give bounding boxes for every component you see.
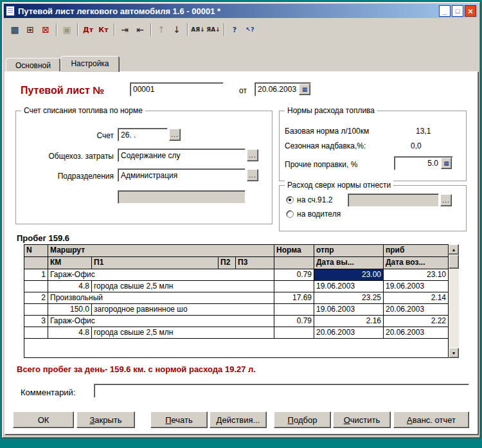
tab-nastroyka[interactable]: Настройка: [60, 56, 120, 72]
calc-button[interactable]: ▦: [441, 157, 452, 169]
table-scrollbar[interactable]: ▲ ▼: [449, 244, 459, 358]
pick-button[interactable]: Подбор: [274, 411, 331, 428]
department-input[interactable]: [118, 168, 245, 182]
new-row-icon[interactable]: ⊞: [22, 22, 38, 37]
table-cell[interactable]: 2.22: [383, 316, 448, 327]
table-cell[interactable]: 20.06.2003: [314, 327, 383, 338]
close-button[interactable]: ×: [465, 5, 476, 17]
mileage-label: Пробег 159.6: [17, 233, 69, 243]
close-form-button[interactable]: Закрыть: [76, 411, 135, 428]
table-cell[interactable]: 20.06.2003: [383, 327, 448, 338]
scroll-thumb[interactable]: [449, 255, 459, 269]
over-norm-account-input[interactable]: [348, 193, 439, 207]
table-cell[interactable]: города свыше 2,5 млн: [91, 327, 274, 338]
table-cell[interactable]: 3: [24, 316, 48, 327]
table-cell[interactable]: 23.10: [383, 269, 448, 280]
table-cell[interactable]: [274, 304, 314, 315]
table-cell[interactable]: Гараж-Офис: [48, 316, 274, 327]
move-up-icon[interactable]: ↑: [154, 22, 169, 37]
radio-driver-label[interactable]: на водителя: [297, 210, 341, 219]
over-norm-picker-button[interactable]: ...: [440, 194, 452, 206]
sort-asc-icon[interactable]: АЯ↓: [190, 22, 206, 37]
radio-account-icon[interactable]: [286, 196, 294, 204]
context-help-icon[interactable]: ↖?: [242, 22, 258, 37]
table-cell[interactable]: 19.06.2003: [314, 304, 383, 315]
print-button[interactable]: Печать: [150, 411, 208, 428]
table-cell[interactable]: [274, 327, 314, 338]
actions-button[interactable]: Действия...: [210, 411, 267, 428]
expenses-input[interactable]: [118, 148, 245, 162]
tab-osnovnoy[interactable]: Основной: [6, 58, 60, 71]
table-cell[interactable]: 2.16: [314, 316, 383, 327]
advance-report-button[interactable]: Аванс. отчет: [393, 411, 469, 428]
table-cell[interactable]: 150.0: [48, 304, 91, 315]
over-norm-group: Расход сверх нормы отнести на сч.91.2 ..…: [279, 185, 467, 231]
account-input[interactable]: [118, 128, 168, 141]
post-dt-icon[interactable]: Дт: [80, 22, 96, 37]
table-cell[interactable]: 0.79: [274, 316, 314, 327]
goto-icon[interactable]: ⇥: [117, 22, 132, 37]
from-label: от: [239, 86, 247, 95]
toolbar-separator: [56, 23, 57, 36]
copy-icon[interactable]: ▣: [59, 22, 75, 37]
table-cell[interactable]: 19.06.2003: [314, 281, 383, 292]
col-depart: отпр: [314, 245, 383, 256]
delete-row-icon[interactable]: ⊠: [38, 22, 53, 37]
department-picker-button[interactable]: ...: [247, 169, 258, 181]
table-cell[interactable]: Произвольный: [48, 292, 274, 303]
fuel-account-group-title: Счет списания топлива по норме: [21, 106, 145, 115]
table-cell[interactable]: 1: [24, 269, 48, 280]
timesheet-icon[interactable]: ▦: [7, 22, 22, 37]
table-cell[interactable]: 4.8: [48, 281, 91, 292]
table-cell[interactable]: 20.06.2003: [383, 304, 448, 315]
help-icon[interactable]: ?: [227, 22, 242, 37]
table-cell[interactable]: 23.25: [314, 292, 383, 303]
table-cell[interactable]: 17.69: [274, 292, 314, 303]
toolbar-separator: [187, 23, 188, 36]
table-cell[interactable]: Гараж-Офис: [48, 269, 274, 280]
comment-input[interactable]: [94, 384, 469, 398]
calendar-button[interactable]: ▦: [299, 84, 310, 95]
table-cell[interactable]: [24, 327, 48, 338]
department-label: Подразделения: [21, 172, 114, 181]
waybill-number-input[interactable]: [130, 82, 224, 96]
col-p1: П1: [91, 257, 218, 269]
move-down-icon[interactable]: ↓: [169, 22, 184, 37]
col-depart-date: Дата вы...: [314, 257, 383, 269]
col-norm: Норма: [274, 245, 314, 256]
title-bar[interactable]: Путевой лист легкового автомобиля 1.6 - …: [4, 4, 478, 18]
comment-label: Комментарий:: [21, 388, 76, 397]
radio-account-label[interactable]: на сч.91.2: [297, 195, 332, 204]
extra-input[interactable]: [118, 190, 245, 204]
col-n: N: [24, 245, 48, 256]
account-picker-button[interactable]: ...: [169, 129, 181, 141]
radio-driver-icon[interactable]: [286, 210, 294, 218]
minimize-button[interactable]: _: [439, 5, 451, 17]
table-cell[interactable]: [24, 304, 48, 315]
table-cell[interactable]: 19.06.2003: [383, 281, 448, 292]
col-route: Маршрут: [48, 245, 274, 256]
toolbar-separator: [77, 23, 78, 36]
tab-page: Путевой лист № от ▦ Счет списания топлив…: [4, 71, 479, 435]
selected-cell[interactable]: 23.00: [314, 269, 383, 280]
table-cell[interactable]: 0.79: [274, 269, 314, 280]
table-cell[interactable]: города свыше 2,5 млн: [91, 281, 274, 292]
toolbar-separator: [114, 23, 114, 36]
maximize-button[interactable]: □: [452, 5, 463, 17]
table-cell[interactable]: 2: [24, 292, 48, 303]
clear-button[interactable]: Очистить: [333, 411, 391, 428]
table-cell[interactable]: загородное равнинное шо: [91, 304, 274, 315]
col-arrive-date: Дата воз...: [383, 257, 448, 269]
goback-icon[interactable]: ⇤: [132, 22, 148, 37]
table-cell[interactable]: [24, 281, 48, 292]
table-cell[interactable]: 4.8: [48, 327, 91, 338]
sort-desc-icon[interactable]: ЯА↓: [206, 22, 221, 37]
ok-button[interactable]: ОК: [13, 411, 74, 428]
scroll-down-button[interactable]: ▼: [449, 348, 459, 358]
base-norm-value: 13,1: [416, 127, 431, 136]
expenses-picker-button[interactable]: ...: [247, 149, 258, 161]
post-kt-icon[interactable]: Кт: [96, 22, 111, 37]
table-cell[interactable]: 2.14: [383, 292, 448, 303]
table-cell[interactable]: [274, 281, 314, 292]
scroll-up-button[interactable]: ▲: [449, 244, 459, 255]
